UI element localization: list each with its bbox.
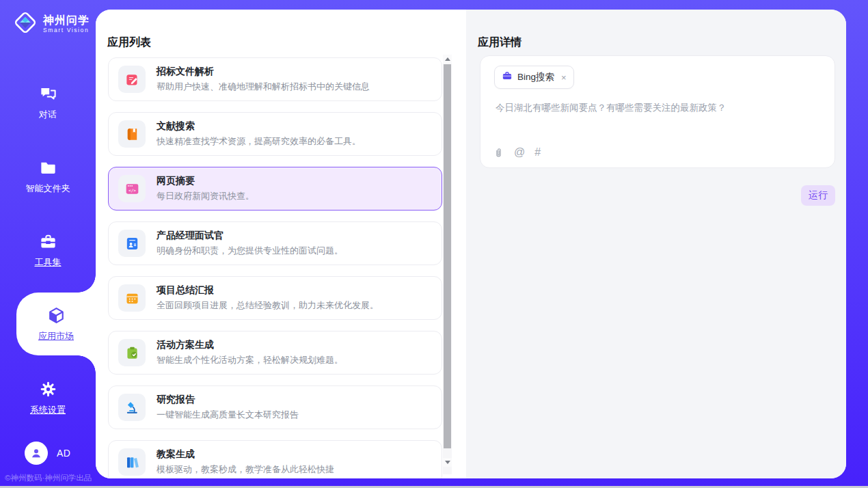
copyright-text: ©神州数码·神州问学出品: [5, 473, 92, 483]
sidebar-item-system-settings[interactable]: 系统设置: [0, 361, 96, 435]
app-logo: 神州问学 Smart Vision: [12, 10, 90, 38]
app-card-web-summary[interactable]: </> 网页摘要 每日政府新闻资讯快查。: [108, 167, 442, 211]
sidebar-nav: 对话 智能文件夹 工具集 应用市场 系统设置: [0, 66, 96, 435]
sidebar-item-app-market[interactable]: 应用市场: [16, 293, 96, 355]
app-list: 招标文件解析 帮助用户快速、准确地理解和解析招标书中的关键信息 文献搜索 快速精…: [108, 57, 442, 478]
app-list-title: 应用列表: [107, 36, 151, 50]
book-icon: [118, 120, 146, 148]
run-button[interactable]: 运行: [801, 185, 835, 206]
query-text[interactable]: 今日湖北有哪些新闻要点？有哪些需要关注的最新政策？: [496, 101, 821, 115]
app-detail-title: 应用详情: [478, 36, 521, 50]
diamond-logo-icon: [12, 10, 38, 38]
app-list-pane: 应用列表 招标文件解析 帮助用户快速、准确地理解和解析招标书中的关键信息 文献搜…: [96, 10, 466, 478]
app-description: 帮助用户快速、准确地理解和解析招标书中的关键信息: [157, 81, 370, 93]
app-description: 快速精准查找学术资源，提高研究效率的必备工具。: [157, 135, 361, 148]
arrow-up-icon: [445, 57, 450, 61]
app-name: 教案生成: [157, 448, 334, 461]
scrollbar-down-button[interactable]: [443, 458, 452, 467]
logo-subtitle: Smart Vision: [43, 27, 90, 33]
gear-icon: [39, 380, 57, 398]
app-card-research-report[interactable]: 研究报告 一键智能生成高质量长文本研究报告: [108, 385, 442, 429]
user-initials: AD: [57, 448, 70, 459]
user-row[interactable]: AD: [25, 442, 70, 465]
doc-edit-icon: [118, 66, 146, 93]
scrollbar-up-button[interactable]: [443, 55, 452, 64]
query-card[interactable]: Bing搜索 × 今日湖北有哪些新闻要点？有哪些需要关注的最新政策？ @#: [480, 55, 835, 168]
app-card-project-summary[interactable]: 项目总结汇报 全面回顾项目进展，总结经验教训，助力未来优化发展。: [108, 276, 442, 320]
at-icon[interactable]: @: [514, 146, 525, 159]
clipboard-check-icon: [118, 339, 146, 366]
svg-text:</>: </>: [128, 187, 135, 192]
app-name: 文献搜索: [157, 120, 361, 133]
chat-icon: [39, 85, 57, 103]
app-description: 模板驱动，教案秒成，教学准备从此轻松快捷: [157, 463, 334, 476]
briefcase-icon: [502, 70, 513, 84]
composer-toolbar: @#: [493, 146, 541, 159]
tool-tag-close-icon[interactable]: ×: [561, 72, 567, 83]
tool-tag-bing[interactable]: Bing搜索 ×: [494, 66, 574, 89]
doc-person-icon: [118, 230, 146, 257]
app-name: 活动方案生成: [157, 339, 343, 351]
sidebar-item-label: 对话: [39, 109, 57, 121]
sidebar-item-smart-folders[interactable]: 智能文件夹: [0, 139, 96, 213]
app-list-scrollbar[interactable]: [443, 55, 452, 474]
app-card-literature-search[interactable]: 文献搜索 快速精准查找学术资源，提高研究效率的必备工具。: [108, 112, 442, 156]
sidebar-item-label: 应用市场: [38, 330, 74, 342]
main-content: 应用列表 招标文件解析 帮助用户快速、准确地理解和解析招标书中的关键信息 文献搜…: [96, 10, 846, 478]
books-icon: [118, 448, 146, 476]
sidebar-item-label: 智能文件夹: [26, 182, 70, 195]
browser-code-icon: </>: [118, 175, 146, 202]
folder-icon: [39, 159, 57, 177]
app-card-pm-interviewer[interactable]: 产品经理面试官 明确身份和职责，为您提供专业性的面试问题。: [108, 221, 442, 265]
app-name: 网页摘要: [157, 175, 254, 187]
sidebar-item-chat[interactable]: 对话: [0, 66, 96, 139]
scrollbar-thumb[interactable]: [444, 64, 451, 448]
app-description: 明确身份和职责，为您提供专业性的面试问题。: [157, 245, 343, 257]
sidebar-item-label: 系统设置: [30, 404, 66, 416]
paperclip-icon[interactable]: [493, 147, 504, 159]
cube-icon: [47, 306, 66, 325]
avatar[interactable]: [25, 442, 48, 465]
app-description: 每日政府新闻资讯快查。: [157, 190, 254, 202]
app-description: 智能生成个性化活动方案，轻松解决规划难题。: [157, 354, 343, 366]
tool-tag-label: Bing搜索: [517, 71, 554, 83]
sidebar: 神州问学 Smart Vision 对话 智能文件夹 工具集 应用市场 系统设置…: [0, 0, 96, 488]
logo-title: 神州问学: [43, 14, 90, 27]
app-name: 招标文件解析: [157, 66, 370, 78]
hash-icon[interactable]: #: [534, 146, 541, 159]
app-name: 产品经理面试官: [157, 230, 343, 242]
toolbox-icon: [39, 232, 57, 251]
microscope-icon: [118, 394, 146, 421]
app-card-tender-analysis[interactable]: 招标文件解析 帮助用户快速、准确地理解和解析招标书中的关键信息: [108, 57, 442, 101]
app-name: 研究报告: [157, 394, 299, 406]
app-card-event-plan[interactable]: 活动方案生成 智能生成个性化活动方案，轻松解决规划难题。: [108, 331, 442, 375]
sidebar-item-label: 工具集: [35, 256, 62, 269]
app-name: 项目总结汇报: [157, 284, 379, 297]
app-detail-pane: 应用详情 Bing搜索 × 今日湖北有哪些新闻要点？有哪些需要关注的最新政策？ …: [466, 10, 846, 478]
app-description: 一键智能生成高质量长文本研究报告: [157, 409, 299, 421]
calendar-icon: [118, 284, 146, 312]
arrow-down-icon: [445, 461, 450, 464]
app-description: 全面回顾项目进展，总结经验教训，助力未来优化发展。: [157, 299, 379, 312]
app-card-lesson-plan[interactable]: 教案生成 模板驱动，教案秒成，教学准备从此轻松快捷: [108, 440, 442, 478]
